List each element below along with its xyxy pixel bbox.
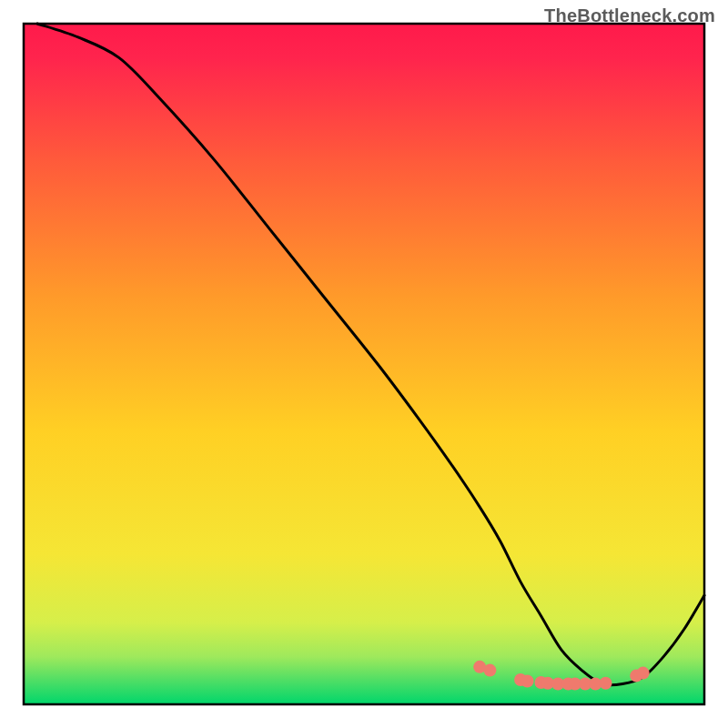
bottleneck-chart: TheBottleneck.com <box>0 0 728 728</box>
chart-svg <box>0 0 728 728</box>
highlight-point <box>521 675 534 688</box>
chart-background <box>24 24 704 704</box>
watermark-text: TheBottleneck.com <box>544 5 715 26</box>
highlight-point <box>483 664 496 677</box>
highlight-point <box>600 677 612 690</box>
highlight-point <box>637 667 650 680</box>
